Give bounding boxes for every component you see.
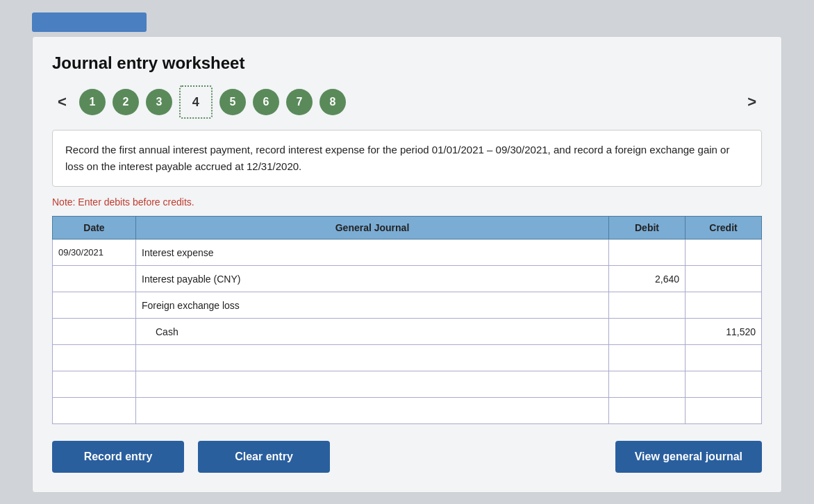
row7-debit[interactable] xyxy=(609,398,686,424)
note-text: Note: Enter debits before credits. xyxy=(52,196,762,208)
step-navigation: < 1 2 3 4 5 6 7 8 > xyxy=(52,85,762,119)
step-6[interactable]: 6 xyxy=(253,89,279,115)
row1-date: 09/30/2021 xyxy=(53,240,136,266)
next-arrow[interactable]: > xyxy=(742,90,762,114)
table-row xyxy=(53,398,762,424)
row5-account[interactable] xyxy=(136,345,609,371)
row6-debit[interactable] xyxy=(609,371,686,398)
row3-date xyxy=(53,292,136,319)
clear-entry-button[interactable]: Clear entry xyxy=(198,441,330,473)
row7-date xyxy=(53,398,136,424)
row5-credit[interactable] xyxy=(686,345,762,371)
journal-entry-worksheet-card: Journal entry worksheet < 1 2 3 4 5 6 7 … xyxy=(32,36,782,493)
row3-credit[interactable] xyxy=(686,292,762,319)
row4-debit[interactable] xyxy=(609,319,686,345)
col-header-date: Date xyxy=(53,217,136,240)
row3-debit[interactable] xyxy=(609,292,686,319)
journal-table: Date General Journal Debit Credit 09/30/… xyxy=(52,216,762,424)
row5-date xyxy=(53,345,136,371)
row4-account[interactable]: Cash xyxy=(136,319,609,345)
step-5[interactable]: 5 xyxy=(219,89,246,115)
row3-account[interactable]: Foreign exchange loss xyxy=(136,292,609,319)
row2-account[interactable]: Interest payable (CNY) xyxy=(136,266,609,292)
table-row xyxy=(53,345,762,371)
row1-debit[interactable] xyxy=(609,240,686,266)
col-header-general-journal: General Journal xyxy=(136,217,609,240)
row6-account[interactable] xyxy=(136,371,609,398)
row1-credit[interactable] xyxy=(686,240,762,266)
step-2[interactable]: 2 xyxy=(113,89,139,115)
row2-date xyxy=(53,266,136,292)
row7-credit[interactable] xyxy=(686,398,762,424)
step-4-active[interactable]: 4 xyxy=(179,85,213,119)
step-3[interactable]: 3 xyxy=(146,89,172,115)
col-header-credit: Credit xyxy=(686,217,762,240)
row7-account[interactable] xyxy=(136,398,609,424)
row4-credit[interactable]: 11,520 xyxy=(686,319,762,345)
step-1[interactable]: 1 xyxy=(79,89,106,115)
instruction-text: Record the first annual interest payment… xyxy=(65,144,729,172)
row2-debit[interactable]: 2,640 xyxy=(609,266,686,292)
table-row: Cash 11,520 xyxy=(53,319,762,345)
table-row: Interest payable (CNY) 2,640 xyxy=(53,266,762,292)
row1-account[interactable]: Interest expense xyxy=(136,240,609,266)
table-row xyxy=(53,371,762,398)
step-7[interactable]: 7 xyxy=(286,89,313,115)
table-row: Foreign exchange loss xyxy=(53,292,762,319)
row4-date xyxy=(53,319,136,345)
prev-arrow[interactable]: < xyxy=(52,90,72,114)
row6-date xyxy=(53,371,136,398)
step-8[interactable]: 8 xyxy=(319,89,346,115)
record-entry-button[interactable]: Record entry xyxy=(52,441,184,473)
page-title: Journal entry worksheet xyxy=(52,53,762,73)
table-row: 09/30/2021 Interest expense xyxy=(53,240,762,266)
row2-credit[interactable] xyxy=(686,266,762,292)
row6-credit[interactable] xyxy=(686,371,762,398)
instruction-box: Record the first annual interest payment… xyxy=(52,130,762,187)
view-general-journal-button[interactable]: View general journal xyxy=(615,441,762,473)
button-row: Record entry Clear entry View general jo… xyxy=(52,441,762,473)
col-header-debit: Debit xyxy=(609,217,686,240)
top-blue-bar xyxy=(32,12,147,32)
row5-debit[interactable] xyxy=(609,345,686,371)
